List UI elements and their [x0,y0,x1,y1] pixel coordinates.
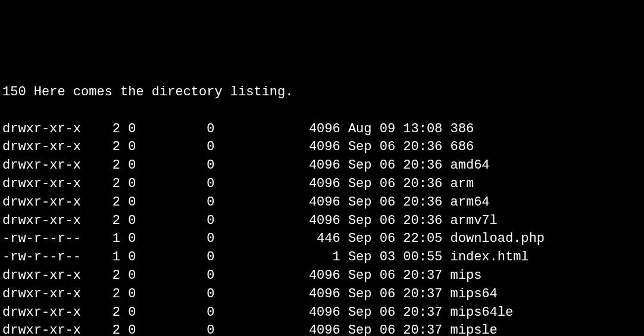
listing-row: drwxr-xr-x 2 0 0 4096 Sep 06 20:36 686 [2,138,642,157]
directory-listing: drwxr-xr-x 2 0 0 4096 Aug 09 13:08 386dr… [2,120,642,336]
terminal-output: 150 Here comes the directory listing. dr… [0,73,644,336]
listing-row: drwxr-xr-x 2 0 0 4096 Sep 06 20:37 mipsl… [2,322,642,336]
listing-row: drwxr-xr-x 2 0 0 4096 Aug 09 13:08 386 [2,120,642,139]
listing-row: drwxr-xr-x 2 0 0 4096 Sep 06 20:36 arm [2,175,642,194]
listing-header: 150 Here comes the directory listing. [2,83,642,102]
listing-row: drwxr-xr-x 2 0 0 4096 Sep 06 20:37 mips6… [2,304,642,322]
listing-row: drwxr-xr-x 2 0 0 4096 Sep 06 20:37 mips [2,267,642,285]
listing-row: drwxr-xr-x 2 0 0 4096 Sep 06 20:36 armv7… [2,212,642,231]
listing-row: drwxr-xr-x 2 0 0 4096 Sep 06 20:37 mips6… [2,285,642,304]
listing-row: drwxr-xr-x 2 0 0 4096 Sep 06 20:36 amd64 [2,157,642,175]
listing-row: drwxr-xr-x 2 0 0 4096 Sep 06 20:36 arm64 [2,194,642,212]
listing-row: -rw-r--r-- 1 0 0 1 Sep 03 00:55 index.ht… [2,248,642,267]
listing-row: -rw-r--r-- 1 0 0 446 Sep 06 22:05 downlo… [2,230,642,248]
